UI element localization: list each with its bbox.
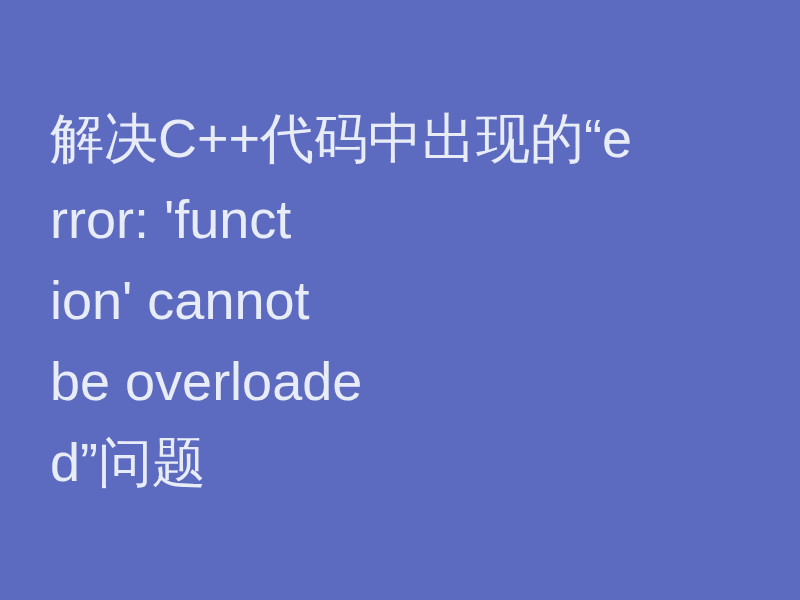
text-line-3: ion' cannot [50, 260, 632, 341]
text-line-5: d”问题 [50, 422, 632, 503]
text-line-4: be overloade [50, 341, 632, 422]
text-line-1: 解决C++代码中出现的“e [50, 98, 632, 179]
error-message-text: 解决C++代码中出现的“e rror: 'funct ion' cannot b… [50, 98, 632, 503]
text-line-2: rror: 'funct [50, 179, 632, 260]
